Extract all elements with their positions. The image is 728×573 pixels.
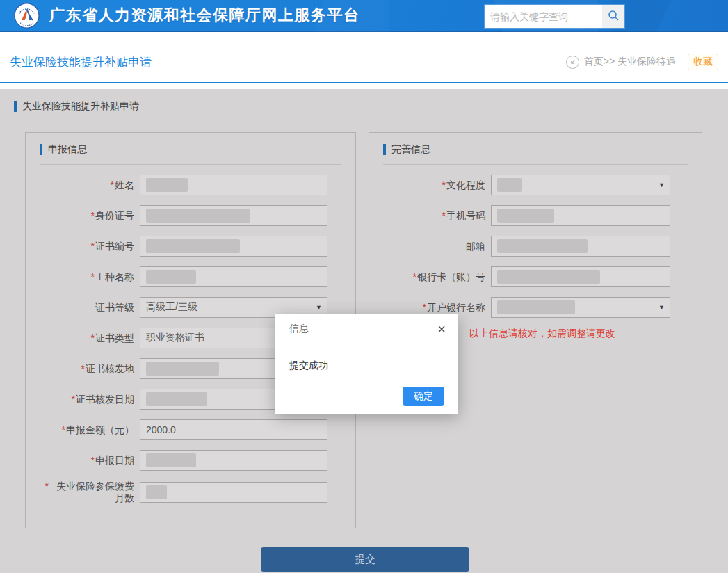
section-marker bbox=[40, 144, 42, 155]
field-label: 申报日期 bbox=[95, 455, 134, 466]
close-icon[interactable]: × bbox=[437, 323, 446, 334]
redacted-value bbox=[146, 270, 196, 284]
name-input[interactable] bbox=[140, 175, 327, 195]
content-section-title: 失业保险技能提升补贴申请 bbox=[22, 100, 139, 113]
form-row-insured-months: *失业保险参保缴费月数 bbox=[26, 481, 355, 504]
form-row-education-level: *文化程度 ▼ bbox=[369, 175, 702, 195]
form-row-certificate-number: *证书编号 bbox=[26, 236, 355, 257]
field-label: 邮箱 bbox=[466, 241, 485, 252]
field-label: 文化程度 bbox=[446, 179, 485, 191]
selected-value: 职业资格证书 bbox=[146, 332, 204, 344]
form-row-declare-date: *申报日期 bbox=[26, 450, 355, 471]
form-row-mobile-number: *手机号码 bbox=[369, 205, 702, 226]
redacted-value bbox=[146, 485, 167, 499]
declare-date-input[interactable] bbox=[140, 450, 327, 471]
page-title: 失业保险技能提升补贴申请 bbox=[10, 54, 152, 70]
redacted-value bbox=[497, 239, 588, 253]
agency-logo bbox=[14, 3, 40, 29]
field-label: 姓名 bbox=[115, 179, 134, 191]
confirm-button[interactable]: 确定 bbox=[403, 387, 444, 406]
education-level-select[interactable]: ▼ bbox=[491, 175, 670, 195]
required-mark: * bbox=[91, 271, 95, 282]
required-mark: * bbox=[91, 332, 95, 344]
field-label: 开户银行名称 bbox=[427, 302, 485, 313]
form-row-declare-amount: *申报金额（元） 2000.0 bbox=[26, 419, 355, 440]
required-mark: * bbox=[81, 363, 85, 374]
search-input[interactable] bbox=[485, 5, 602, 28]
panel-title: 完善信息 bbox=[391, 143, 430, 156]
required-mark: * bbox=[62, 424, 65, 435]
required-mark: * bbox=[91, 241, 95, 252]
dropdown-arrow-icon: ▼ bbox=[658, 181, 665, 188]
dialog-title: 信息 bbox=[289, 323, 309, 335]
search-icon bbox=[608, 10, 620, 24]
section-divider bbox=[14, 122, 714, 122]
dialog-message: 提交成功 bbox=[275, 360, 458, 372]
search-button[interactable] bbox=[602, 5, 624, 28]
app-header: 广东省人力资源和社会保障厅网上服务平台 bbox=[0, 0, 728, 32]
form-row-email: 邮箱 bbox=[369, 236, 702, 257]
header-facet-decoration bbox=[612, 0, 728, 32]
required-mark: * bbox=[45, 481, 49, 492]
field-label: 工种名称 bbox=[95, 271, 134, 282]
field-value: 2000.0 bbox=[146, 424, 176, 435]
id-number-input[interactable] bbox=[140, 205, 327, 226]
submit-button[interactable]: 提交 bbox=[261, 547, 469, 572]
breadcrumb-trail[interactable]: 首页>> 失业保险待遇 bbox=[584, 56, 676, 68]
required-mark: * bbox=[111, 179, 114, 191]
field-label: 银行卡（账）号 bbox=[417, 271, 485, 282]
content-section-header: 失业保险技能提升补贴申请 bbox=[0, 89, 728, 113]
app-title: 广东省人力资源和社会保障厅网上服务平台 bbox=[49, 5, 360, 26]
field-label: 证书等级 bbox=[95, 302, 134, 313]
insured-months-input[interactable] bbox=[140, 482, 327, 503]
dropdown-arrow-icon: ▼ bbox=[658, 304, 665, 311]
redacted-value bbox=[146, 209, 250, 223]
required-mark: * bbox=[413, 271, 416, 282]
redacted-value bbox=[146, 392, 207, 406]
field-label: 手机号码 bbox=[446, 210, 485, 221]
redacted-value bbox=[497, 270, 600, 284]
redacted-value bbox=[146, 239, 240, 253]
favorite-button[interactable]: 收藏 bbox=[688, 54, 718, 70]
required-mark: * bbox=[91, 210, 95, 221]
dialog-header: 信息 × bbox=[275, 314, 458, 335]
redacted-value bbox=[146, 178, 188, 192]
field-label: 证书编号 bbox=[95, 241, 134, 252]
form-row-job-name: *工种名称 bbox=[26, 266, 355, 287]
field-label: 失业保险参保缴费月数 bbox=[49, 481, 134, 504]
bank-name-select[interactable]: ▼ bbox=[491, 297, 670, 318]
field-label: 证书核发地 bbox=[86, 363, 134, 374]
redacted-value bbox=[146, 453, 196, 467]
required-mark: * bbox=[442, 210, 446, 221]
field-label: 申报金额（元） bbox=[66, 424, 134, 435]
redacted-value bbox=[497, 300, 575, 314]
form-row-bank-card-number: *银行卡（账）号 bbox=[369, 266, 702, 287]
panel-title: 申报信息 bbox=[48, 143, 87, 156]
header-search bbox=[485, 5, 624, 28]
return-home-icon[interactable] bbox=[566, 56, 579, 69]
panel-header: 申报信息 bbox=[26, 133, 355, 156]
mobile-number-input[interactable] bbox=[491, 205, 670, 226]
job-name-input[interactable] bbox=[140, 266, 327, 287]
section-marker bbox=[14, 101, 17, 112]
message-dialog: 信息 × 提交成功 确定 bbox=[275, 314, 458, 414]
redacted-value bbox=[497, 209, 554, 223]
field-label: 证书核发日期 bbox=[76, 394, 134, 405]
bank-card-number-input[interactable] bbox=[491, 266, 670, 287]
email-input[interactable] bbox=[491, 236, 670, 257]
required-mark: * bbox=[91, 455, 95, 466]
section-marker bbox=[383, 144, 386, 155]
breadcrumb: 首页>> 失业保险待遇 收藏 bbox=[566, 54, 718, 70]
panel-header: 完善信息 bbox=[369, 133, 702, 156]
declare-amount-input[interactable]: 2000.0 bbox=[140, 419, 327, 440]
page-header-bar: 失业保险技能提升补贴申请 首页>> 失业保险待遇 收藏 bbox=[0, 32, 728, 83]
required-mark: * bbox=[442, 179, 446, 191]
certificate-number-input[interactable] bbox=[140, 236, 327, 257]
redacted-value bbox=[146, 362, 219, 376]
form-row-id-number: *身份证号 bbox=[26, 205, 355, 226]
required-mark: * bbox=[72, 394, 75, 405]
field-label: 证书类型 bbox=[95, 332, 134, 344]
field-label: 身份证号 bbox=[95, 210, 134, 221]
dropdown-arrow-icon: ▼ bbox=[316, 304, 322, 311]
redacted-value bbox=[497, 178, 522, 192]
